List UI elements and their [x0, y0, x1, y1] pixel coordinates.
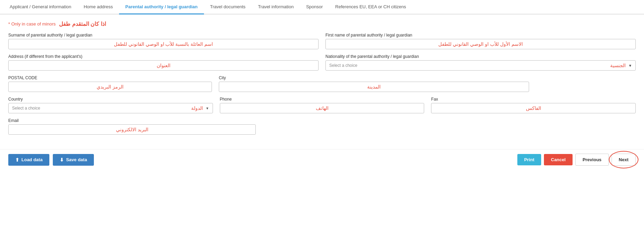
- next-button[interactable]: Next: [612, 154, 636, 166]
- email-label: Email: [8, 118, 256, 123]
- city-label: City: [219, 75, 529, 80]
- print-button[interactable]: Print: [517, 154, 541, 165]
- nationality-select[interactable]: Select a choice الجنسية ▼: [325, 60, 636, 71]
- tab-travel-docs[interactable]: Travel documents: [204, 0, 252, 14]
- address-input[interactable]: [8, 60, 319, 71]
- upload-icon: [15, 157, 19, 163]
- country-placeholder: Select a choice: [12, 106, 40, 111]
- col-city: City: [219, 75, 529, 92]
- save-data-label: Save data: [66, 157, 87, 162]
- tab-travel-info[interactable]: Travel information: [252, 0, 300, 14]
- nationality-placeholder: Select a choice: [329, 63, 357, 68]
- previous-label: Previous: [583, 157, 602, 162]
- postal-input[interactable]: [8, 82, 212, 92]
- bottom-right-buttons: Print Cancel Previous Next: [517, 154, 636, 166]
- country-label: Country: [8, 97, 213, 102]
- email-input[interactable]: [8, 124, 256, 135]
- notice-asterisk-text: * Only in case of minors: [8, 21, 56, 27]
- bottom-left-buttons: Load data Save data: [8, 154, 94, 166]
- next-button-wrapper: Next: [612, 154, 636, 166]
- address-label: Address (if different from the applicant…: [8, 54, 319, 59]
- col-address: Address (if different from the applicant…: [8, 54, 319, 71]
- tab-references[interactable]: References EU, EEA or CH citizens: [329, 0, 412, 14]
- cancel-label: Cancel: [551, 157, 566, 162]
- row-postal-city: POSTAL CODE City: [8, 75, 636, 92]
- spacer-2: [263, 118, 636, 135]
- tab-parental[interactable]: Parental authority / legal guardian: [119, 0, 204, 14]
- col-country: Country Select a choice الدولة ▼: [8, 97, 213, 113]
- country-arrow-icon: ▼: [206, 106, 209, 110]
- tab-sponsor[interactable]: Sponsor: [300, 0, 329, 14]
- form-content: * Only in case of minors اذا كان المتقدم…: [0, 14, 644, 146]
- col-phone: Phone: [220, 97, 425, 113]
- next-label: Next: [619, 157, 628, 162]
- notice-row: * Only in case of minors اذا كان المتقدم…: [8, 21, 636, 27]
- load-data-button[interactable]: Load data: [8, 154, 49, 166]
- print-label: Print: [524, 157, 535, 162]
- col-nationality: Nationality of the parental authority / …: [325, 54, 636, 71]
- fax-input[interactable]: [431, 103, 636, 113]
- phone-input[interactable]: [220, 103, 425, 113]
- col-email: Email: [8, 118, 256, 135]
- country-value: الدولة: [43, 105, 203, 111]
- load-data-label: Load data: [21, 157, 42, 162]
- cancel-button[interactable]: Cancel: [544, 154, 573, 165]
- col-firstname: First name of parental authority / legal…: [325, 33, 636, 49]
- col-postal: POSTAL CODE: [8, 75, 212, 92]
- previous-button[interactable]: Previous: [575, 154, 609, 166]
- nationality-arrow-icon: ▼: [628, 64, 632, 68]
- col-fax: Fax: [431, 97, 636, 113]
- spacer-1: [536, 75, 636, 92]
- surname-label: Surname of parental authority / legal gu…: [8, 33, 319, 38]
- row-email: Email: [8, 118, 636, 135]
- city-input[interactable]: [219, 82, 529, 92]
- postal-label: POSTAL CODE: [8, 75, 212, 80]
- notice-arabic-text: اذا كان المتقدم طفل: [59, 21, 106, 27]
- firstname-label: First name of parental authority / legal…: [325, 33, 636, 38]
- fax-label: Fax: [431, 97, 636, 102]
- firstname-input[interactable]: [325, 39, 636, 49]
- tab-applicant[interactable]: Applicant / General information: [3, 0, 77, 14]
- download-icon: [60, 157, 64, 163]
- row-address-nationality: Address (if different from the applicant…: [8, 54, 636, 71]
- save-data-button[interactable]: Save data: [53, 154, 94, 166]
- nationality-value: الجنسية: [360, 63, 626, 68]
- col-surname: Surname of parental authority / legal gu…: [8, 33, 319, 49]
- tabs-bar: Applicant / General information Home add…: [0, 0, 644, 14]
- bottom-bar: Load data Save data Print Cancel Previou…: [0, 149, 644, 170]
- tab-home[interactable]: Home address: [77, 0, 119, 14]
- country-select[interactable]: Select a choice الدولة ▼: [8, 103, 213, 113]
- nationality-label: Nationality of the parental authority / …: [325, 54, 636, 59]
- row-surname-firstname: Surname of parental authority / legal gu…: [8, 33, 636, 49]
- phone-label: Phone: [220, 97, 425, 102]
- row-country-phone-fax: Country Select a choice الدولة ▼ Phone F…: [8, 97, 636, 113]
- surname-input[interactable]: [8, 39, 319, 49]
